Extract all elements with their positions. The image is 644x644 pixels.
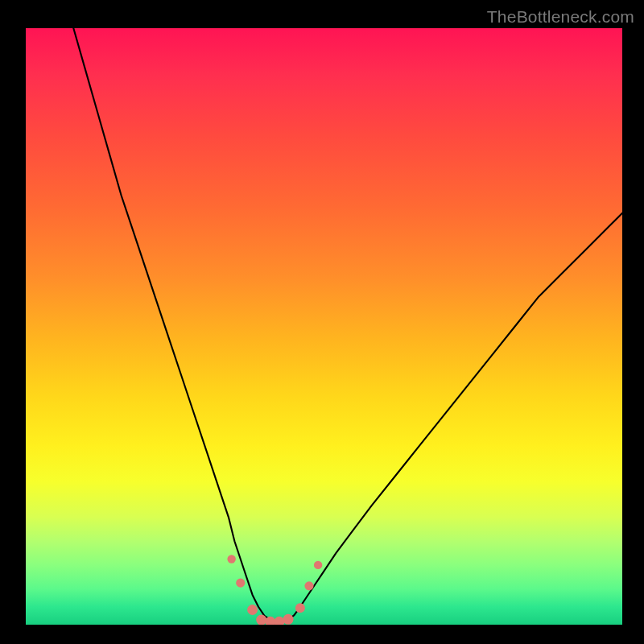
trough-markers [227, 555, 322, 625]
trough-marker [283, 614, 294, 625]
trough-marker [304, 581, 313, 590]
trough-marker [236, 579, 245, 588]
trough-marker [274, 617, 284, 625]
trough-marker [295, 603, 305, 613]
watermark-text: TheBottleneck.com [487, 7, 634, 27]
plot-area [26, 28, 622, 625]
trough-marker [227, 555, 235, 563]
trough-marker [256, 615, 266, 625]
trough-marker [247, 605, 258, 615]
bottleneck-curve [73, 28, 622, 621]
chart-svg [26, 28, 622, 625]
trough-marker [314, 561, 322, 569]
chart-frame: TheBottleneck.com [0, 2, 644, 644]
